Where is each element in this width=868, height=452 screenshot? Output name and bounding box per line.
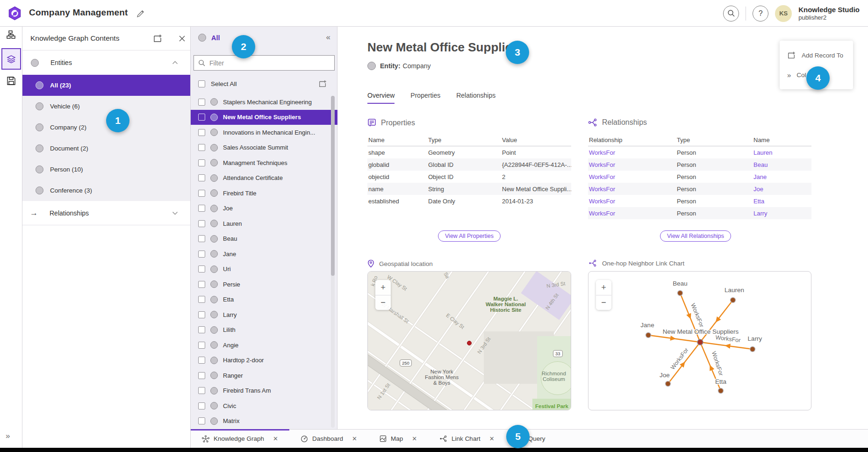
node-label[interactable]: Joe: [660, 372, 670, 379]
list-item[interactable]: Lauren: [191, 216, 337, 231]
cell-link[interactable]: Jane: [753, 173, 811, 180]
list-item[interactable]: Staplers Mechanical Engineering: [191, 94, 337, 110]
item-checkbox[interactable]: [198, 372, 205, 379]
edge-arrow[interactable]: [670, 336, 676, 341]
list-item[interactable]: Ranger: [191, 368, 337, 383]
item-checkbox[interactable]: [198, 129, 205, 136]
cell-link[interactable]: WorksFor: [588, 198, 676, 205]
list-item[interactable]: Civic: [191, 398, 337, 414]
center-node[interactable]: [697, 339, 703, 345]
close-tab-icon[interactable]: ✕: [412, 435, 417, 442]
item-checkbox[interactable]: [198, 114, 205, 121]
table-row[interactable]: WorksForPersonJoe: [588, 183, 811, 195]
item-checkbox[interactable]: [198, 402, 205, 409]
cell-link[interactable]: WorksFor: [588, 173, 676, 180]
view-all-relationships-button[interactable]: View All Relationships: [660, 230, 731, 242]
list-item[interactable]: Etta: [191, 292, 337, 308]
save-button[interactable]: [7, 76, 16, 86]
view-tab-map[interactable]: Map✕: [368, 430, 428, 448]
list-scrollbar[interactable]: [331, 96, 335, 428]
list-item[interactable]: Uri: [191, 262, 337, 277]
link-chart-canvas[interactable]: WorksForWorksForWorksForWorksForBeauLaur…: [588, 272, 811, 410]
close-tab-icon[interactable]: ✕: [273, 435, 278, 442]
item-checkbox[interactable]: [198, 99, 205, 106]
item-checkbox[interactable]: [198, 190, 205, 197]
center-node-label[interactable]: New Metal Office Suppliers: [663, 328, 739, 335]
list-item[interactable]: Beau: [191, 231, 337, 247]
table-row[interactable]: globalidGlobal ID{A228944F-0EF5-412A-...: [367, 158, 571, 171]
data-model-button[interactable]: [7, 30, 16, 40]
expand-rail-icon[interactable]: »: [6, 431, 10, 441]
table-row[interactable]: WorksForPersonLauren: [588, 146, 811, 158]
tab-properties[interactable]: Properties: [410, 92, 440, 104]
tab-overview[interactable]: Overview: [367, 92, 395, 104]
tab-relationships[interactable]: Relationships: [456, 92, 495, 104]
node-label[interactable]: Lauren: [725, 287, 744, 294]
item-checkbox[interactable]: [198, 205, 205, 212]
item-checkbox[interactable]: [198, 417, 205, 424]
table-row[interactable]: objectidObject ID2: [367, 171, 571, 183]
list-item[interactable]: Innovations in Mechanical Engin...: [191, 125, 337, 140]
node-label[interactable]: Jane: [640, 322, 654, 329]
list-item[interactable]: Persie: [191, 277, 337, 292]
chevron-down-icon[interactable]: [172, 211, 178, 215]
cell-link[interactable]: Etta: [753, 198, 811, 205]
list-item[interactable]: Lilith: [191, 323, 337, 338]
list-item[interactable]: Firebird Title: [191, 186, 337, 201]
edge-label[interactable]: WorksFor: [689, 302, 705, 328]
filter-input[interactable]: [209, 59, 326, 67]
table-row[interactable]: WorksForPersonLarry: [588, 207, 811, 219]
list-item[interactable]: Jane: [191, 246, 337, 262]
relationships-section-row[interactable]: → Relationships: [22, 201, 190, 225]
select-all-checkbox[interactable]: [198, 80, 205, 87]
edit-title-pencil-icon[interactable]: [135, 8, 146, 19]
entity-type-row[interactable]: Person (10): [22, 159, 190, 180]
person-node[interactable]: [731, 298, 736, 303]
search-button[interactable]: [723, 6, 739, 22]
person-node[interactable]: [646, 333, 651, 338]
person-node[interactable]: [666, 381, 671, 387]
list-item[interactable]: Joe: [191, 201, 337, 216]
zoom-in-button[interactable]: +: [375, 280, 391, 295]
edge-label[interactable]: WorksFor: [715, 334, 741, 344]
list-item[interactable]: Larry: [191, 307, 337, 323]
table-row[interactable]: nameStringNew Metal Office Suppli...: [367, 183, 571, 195]
cell-link[interactable]: Larry: [753, 210, 811, 217]
entity-type-row[interactable]: Conference (3): [22, 180, 190, 201]
close-tab-icon[interactable]: ✕: [352, 435, 357, 442]
view-tab-knowledge-graph[interactable]: Knowledge Graph✕: [191, 430, 289, 448]
list-item[interactable]: Matrix: [191, 414, 337, 429]
entity-type-row[interactable]: All (23): [22, 75, 190, 96]
view-tab-dashboard[interactable]: Dashboard✕: [289, 430, 368, 448]
node-label[interactable]: Etta: [715, 378, 727, 385]
person-node[interactable]: [678, 291, 683, 296]
map-surface[interactable]: k RoW Clay StSaN 3rd StN 4th StW Marshal…: [368, 272, 571, 410]
geospatial-map[interactable]: k RoW Clay StSaN 3rd StN 4th StW Marshal…: [367, 271, 571, 410]
person-node[interactable]: [718, 388, 724, 394]
list-item[interactable]: Firebird Trans Am: [191, 383, 337, 399]
item-checkbox[interactable]: [198, 342, 205, 349]
node-label[interactable]: Beau: [673, 280, 688, 287]
add-record-icon[interactable]: [318, 79, 327, 88]
list-item[interactable]: Attendance Certificate: [191, 171, 337, 186]
table-row[interactable]: WorksForPersonJane: [588, 171, 811, 183]
cell-link[interactable]: Beau: [753, 161, 811, 168]
menu-item[interactable]: Add Record To: [780, 45, 853, 65]
select-all-row[interactable]: Select All: [191, 75, 337, 92]
list-item[interactable]: Angie: [191, 337, 337, 353]
item-checkbox[interactable]: [198, 296, 205, 303]
cell-link[interactable]: WorksFor: [588, 186, 676, 193]
close-tab-icon[interactable]: ✕: [489, 435, 495, 442]
zoom-out-button[interactable]: −: [375, 295, 391, 310]
collapse-panel-icon[interactable]: «: [326, 33, 330, 42]
user-avatar[interactable]: KS: [775, 5, 792, 22]
item-checkbox[interactable]: [198, 281, 205, 288]
edge-arrow[interactable]: [725, 344, 731, 349]
list-item[interactable]: Managment Techniques: [191, 155, 337, 171]
item-checkbox[interactable]: [198, 265, 205, 273]
item-checkbox[interactable]: [198, 311, 205, 318]
contents-button[interactable]: [1, 48, 21, 70]
item-checkbox[interactable]: [198, 159, 205, 166]
list-item[interactable]: Sales Associate Summit: [191, 140, 337, 156]
user-info[interactable]: Knowledge Studio publisher2: [798, 6, 861, 22]
